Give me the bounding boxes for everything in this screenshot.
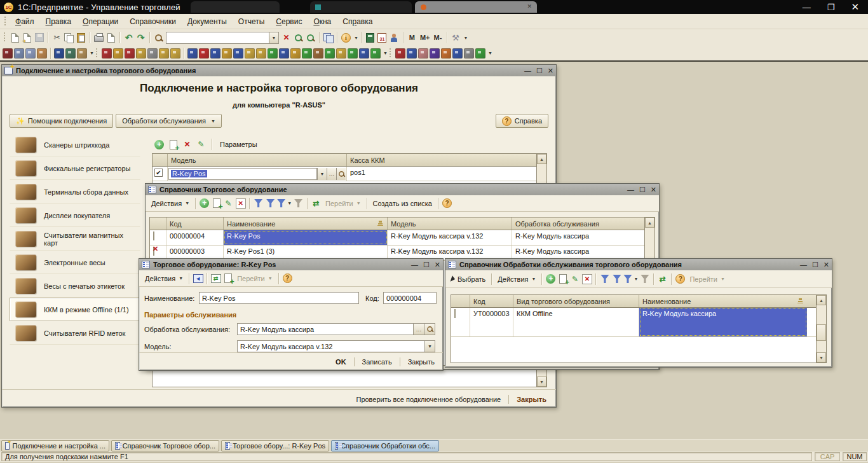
command-icon[interactable] [14, 48, 24, 59]
sidebar-item-barcode-scanner[interactable]: Сканеры штрихкода [10, 133, 140, 156]
sidebar-item-customer-display[interactable]: Дисплеи покупателя [10, 204, 140, 227]
window-maximize-button[interactable]: ☐ [423, 261, 430, 269]
command-icon[interactable] [359, 48, 369, 59]
command-icon[interactable] [256, 48, 266, 59]
dropdown-caret[interactable]: ▼ [90, 51, 94, 55]
command-icon[interactable] [233, 48, 243, 59]
kind-cell[interactable]: ККМ Offline [513, 308, 639, 336]
code-column-header[interactable]: Код [166, 218, 224, 230]
info-icon[interactable]: i [341, 32, 351, 43]
model-dropdown-button[interactable]: ▼ [424, 340, 435, 352]
command-icon[interactable] [268, 48, 278, 59]
window-close-button[interactable]: ✕ [548, 67, 553, 75]
scroll-up-arrow[interactable]: ▲ [537, 154, 546, 164]
scroll-up-arrow[interactable]: ▲ [817, 295, 826, 305]
refresh-icon[interactable]: ⇄ [657, 273, 668, 284]
app-restore-button[interactable]: ❐ [827, 3, 835, 12]
command-icon[interactable] [395, 48, 405, 59]
command-icon[interactable] [452, 48, 463, 59]
scroll-down-arrow[interactable]: ▼ [537, 377, 546, 387]
help-icon[interactable]: ? [675, 273, 686, 284]
go-menu-button[interactable]: Перейти▼ [686, 274, 728, 284]
taskbar-tab[interactable]: Торговое обору...: R-Key Pos [221, 440, 329, 452]
menu-item[interactable]: Правка [40, 15, 78, 28]
add-row-icon[interactable]: + [154, 139, 165, 150]
filter-history-icon[interactable]: ▼ [277, 198, 292, 209]
window-minimize-button[interactable]: — [524, 67, 531, 75]
toolbar-grip[interactable] [389, 48, 392, 59]
window-close-button[interactable]: ✕ [651, 186, 656, 194]
select-button[interactable]: Выбрать [448, 274, 489, 284]
scroll-thumb[interactable] [817, 324, 826, 341]
command-icon[interactable] [245, 48, 255, 59]
command-icon[interactable] [464, 48, 474, 59]
name-cell[interactable]: R-Key Модуль кассира [639, 308, 807, 336]
memory-m-button[interactable]: M [407, 32, 417, 43]
processor-row[interactable]: УТ0000003 ККМ Offline R-Key Модуль касси… [451, 308, 826, 337]
reread-icon[interactable]: ⇄ [210, 273, 221, 284]
command-icon[interactable] [187, 48, 198, 59]
copy-icon[interactable] [64, 32, 74, 43]
add-icon[interactable]: + [545, 273, 556, 284]
command-icon[interactable] [199, 48, 209, 59]
filter-by-value-icon[interactable] [611, 273, 622, 284]
copy-add-icon[interactable] [211, 198, 222, 209]
dropdown-caret[interactable]: ▼ [383, 51, 388, 55]
model-column-header[interactable]: Модель [168, 154, 347, 166]
window-minimize-button[interactable]: — [627, 186, 634, 194]
actions-menu-button[interactable]: Действия▼ [142, 273, 186, 284]
window-close-button[interactable]: ✕ [824, 261, 829, 269]
menu-item[interactable]: Отчеты [233, 15, 270, 28]
actions-menu-button[interactable]: Действия▼ [148, 198, 193, 209]
actions-menu-button[interactable]: Действия▼ [494, 274, 539, 284]
command-icon[interactable] [3, 48, 13, 59]
create-from-list-button[interactable]: Создать из списка [370, 198, 435, 209]
new-document-icon[interactable] [10, 32, 20, 43]
menu-item[interactable]: Операции [77, 15, 124, 28]
command-icon[interactable] [222, 48, 232, 59]
menu-grip[interactable] [4, 17, 7, 27]
kassa-column-header[interactable]: Касса ККМ [347, 154, 527, 166]
redo-icon[interactable]: ↷ [135, 32, 146, 43]
command-icon[interactable] [65, 48, 76, 59]
command-icon[interactable] [418, 48, 428, 59]
command-icon[interactable] [77, 48, 87, 59]
sidebar-item-data-collection-terminal[interactable]: Терминалы сбора данных [10, 180, 140, 204]
go-menu-button[interactable]: Перейти▼ [322, 198, 364, 209]
model-browse-button[interactable]: … [327, 168, 336, 180]
find-previous-icon[interactable] [293, 32, 304, 43]
processor-open-button[interactable] [424, 323, 435, 335]
command-icon[interactable] [147, 48, 158, 59]
command-icon[interactable] [113, 48, 123, 59]
go-menu-button[interactable]: Перейти▼ [234, 273, 276, 284]
scroll-down-arrow[interactable]: ▼ [817, 352, 826, 363]
command-icon[interactable] [210, 48, 220, 59]
sidebar-item-label-printing-scales[interactable]: Весы с печатью этикеток [10, 274, 140, 298]
code-field[interactable]: 000000004 [383, 292, 437, 304]
filter-by-value-icon[interactable] [265, 198, 276, 209]
equipment-row[interactable]: ✔ R-Key Pos ▼ … pos1 [153, 167, 546, 181]
row-checkbox[interactable]: ✔ [154, 169, 163, 177]
window-maximize-button[interactable]: ☐ [639, 186, 646, 194]
window-minimize-button[interactable]: — [411, 261, 418, 269]
search-icon[interactable] [153, 32, 164, 43]
find-next-icon[interactable] [305, 32, 316, 43]
window-maximize-button[interactable]: ☐ [812, 261, 818, 269]
processor-field[interactable]: R-Key Модуль кассира [237, 323, 414, 335]
command-icon[interactable] [407, 48, 417, 59]
filter-clear-icon[interactable] [639, 273, 650, 284]
dropdown-caret[interactable]: ▼ [488, 51, 492, 55]
save-icon[interactable] [34, 32, 44, 43]
check-all-equipment-button[interactable]: Проверить все подключенное оборудование [353, 394, 504, 404]
command-icon[interactable] [159, 48, 169, 59]
command-icon[interactable] [302, 48, 312, 59]
processors-grid-scrollbar[interactable]: ▲ ▼ [816, 295, 826, 363]
equipment-item-window-titlebar[interactable]: Торговое оборудование: R-Key Pos — ☐ ✕ [139, 259, 443, 270]
taskbar-tab[interactable]: Справочник Обработки обс... [331, 440, 439, 452]
menu-item[interactable]: Справка [337, 15, 378, 28]
command-icon[interactable] [170, 48, 180, 59]
sidebar-item-kkm-offline[interactable]: ККМ в режиме Offline (1/1) [10, 298, 140, 321]
menu-item[interactable]: Документы [182, 15, 233, 28]
command-icon[interactable] [441, 48, 451, 59]
name-field[interactable]: R-Key Pos [199, 292, 359, 304]
